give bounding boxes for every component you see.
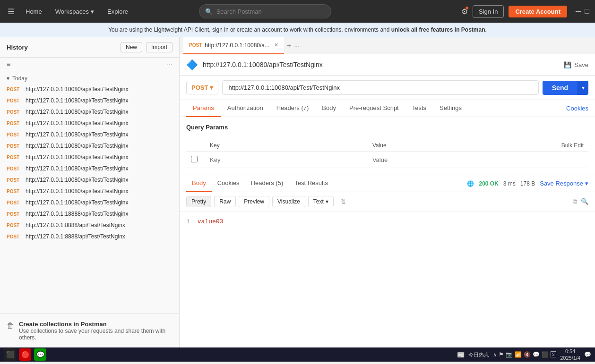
- method-badge: POST: [7, 87, 22, 92]
- chevron-down-icon: ▾: [326, 198, 328, 205]
- tab-headers[interactable]: Headers (7): [270, 100, 316, 117]
- sidebar-filter-bar: ≡ ···: [0, 58, 179, 71]
- list-item[interactable]: POST http://127.0.0.1:10080/api/Test/Tes…: [0, 174, 179, 186]
- taskbar-app-green[interactable]: 💬: [34, 348, 46, 361]
- list-item[interactable]: POST http://127.0.0.1:10080/api/Test/Tes…: [0, 129, 179, 140]
- tabs-more-icon[interactable]: ···: [294, 42, 300, 50]
- list-item[interactable]: POST http://127.0.0.1:10080/api/Test/Tes…: [0, 152, 179, 163]
- chevron-down-icon: ▾: [585, 180, 588, 187]
- param-key-input[interactable]: [210, 156, 363, 163]
- notification-icon[interactable]: 💬: [584, 351, 591, 358]
- method-badge: POST: [7, 200, 22, 205]
- response-tab-test-results[interactable]: Test Results: [289, 175, 334, 192]
- taskbar-app-red[interactable]: 🔴: [19, 348, 31, 361]
- menu-icon[interactable]: ☰: [6, 5, 16, 18]
- url-bar: POST ▾ Send ▾: [180, 76, 595, 100]
- nav-home[interactable]: Home: [22, 6, 46, 17]
- response-body: 1value03: [180, 212, 595, 347]
- taskbar-news-label[interactable]: 今日热点: [468, 351, 489, 358]
- trash-icon: 🗑: [7, 322, 14, 341]
- format-preview-button[interactable]: Preview: [239, 196, 269, 207]
- promo-banner: You are using the Lightweight API Client…: [0, 23, 595, 37]
- sidebar: History New Import ≡ ··· ▾ Today POST ht…: [0, 37, 180, 347]
- param-value-input[interactable]: [372, 156, 526, 163]
- bulk-edit-header[interactable]: Bulk Edit: [530, 139, 588, 152]
- text-type-selector[interactable]: Text ▾: [308, 196, 334, 207]
- format-pretty-button[interactable]: Pretty: [186, 196, 211, 207]
- format-visualize-button[interactable]: Visualize: [272, 196, 305, 207]
- settings-button[interactable]: ⚙: [461, 7, 468, 16]
- list-item[interactable]: POST http://127.0.0.1:10080/api/Test/Tes…: [0, 140, 179, 152]
- add-tab-button[interactable]: +: [284, 42, 294, 50]
- sidebar-header: History New Import: [0, 37, 179, 58]
- sidebar-more-icon[interactable]: ···: [167, 60, 172, 68]
- url-input[interactable]: [222, 80, 538, 95]
- close-icon[interactable]: ✕: [274, 42, 278, 48]
- param-row: [186, 152, 588, 168]
- import-button[interactable]: Import: [146, 42, 172, 52]
- signin-button[interactable]: Sign In: [473, 5, 504, 18]
- tab-authorization[interactable]: Authorization: [221, 100, 270, 117]
- cookies-link[interactable]: Cookies: [566, 105, 588, 112]
- format-raw-button[interactable]: Raw: [214, 196, 236, 207]
- tab-params[interactable]: Params: [186, 100, 221, 117]
- save-button[interactable]: 💾 Save: [564, 61, 588, 68]
- response-tab-body[interactable]: Body: [186, 175, 212, 192]
- list-item[interactable]: POST http://127.0.0.1:10080/api/Test/Tes…: [0, 163, 179, 174]
- tab-body[interactable]: Body: [315, 100, 343, 117]
- footer-title: Create collections in Postman: [19, 321, 172, 328]
- search-bar[interactable]: 🔍: [199, 4, 331, 18]
- history-url: http://127.0.0.1:10080/api/Test/TestNgin…: [26, 109, 128, 115]
- method-badge: POST: [7, 189, 22, 194]
- response-tab-headers[interactable]: Headers (5): [245, 175, 289, 192]
- taskbar-news-icon[interactable]: 📰: [457, 351, 465, 358]
- list-item[interactable]: POST http://127.0.0.1:10080/api/Test/Tes…: [0, 84, 179, 95]
- new-button[interactable]: New: [121, 42, 142, 52]
- method-label: POST: [191, 84, 208, 91]
- topnav-right: ⚙ Sign In Create Account ─ □: [461, 5, 589, 18]
- method-selector[interactable]: POST ▾: [186, 81, 218, 94]
- sys-icon-3: 📶: [515, 351, 522, 358]
- list-item[interactable]: POST http://127.0.0.1:10080/api/Test/Tes…: [0, 186, 179, 197]
- send-button[interactable]: Send: [543, 81, 578, 95]
- sidebar-history-section: ▾ Today POST http://127.0.0.1:10080/api/…: [0, 71, 179, 313]
- minimize-icon[interactable]: ─: [576, 7, 581, 16]
- request-title: http://127.0.0.1:10080/api/Test/TestNgin…: [203, 61, 559, 68]
- send-dropdown-button[interactable]: ▾: [578, 81, 588, 95]
- chevron-down-icon: ▾: [7, 75, 9, 82]
- nav-explore[interactable]: Explore: [103, 6, 132, 17]
- list-item[interactable]: POST http://127.0.0.1:10080/api/Test/Tes…: [0, 95, 179, 106]
- response-tab-cookies[interactable]: Cookies: [212, 175, 245, 192]
- taskbar-app-terminal[interactable]: ⬛: [4, 348, 16, 361]
- list-item[interactable]: POST http://127.0.0.1:8888/api/Test/Test…: [0, 220, 179, 231]
- chevron-up-icon[interactable]: ∧: [493, 352, 497, 358]
- chevron-down-icon: ▾: [210, 84, 213, 91]
- sys-icon-5: 💬: [533, 351, 540, 358]
- search-input[interactable]: [216, 8, 325, 15]
- tab-tests[interactable]: Tests: [405, 100, 433, 117]
- history-url: http://127.0.0.1:10080/api/Test/TestNgin…: [26, 177, 128, 183]
- response-value: value03: [198, 218, 224, 225]
- param-checkbox[interactable]: [191, 156, 198, 162]
- maximize-icon[interactable]: □: [585, 7, 589, 16]
- tab-settings[interactable]: Settings: [433, 100, 468, 117]
- tab-pre-request-script[interactable]: Pre-request Script: [343, 100, 405, 117]
- nav-workspaces[interactable]: Workspaces ▾: [52, 6, 98, 17]
- list-item[interactable]: POST http://127.0.0.1:18888/api/Test/Tes…: [0, 208, 179, 220]
- sys-icon-4: 🔇: [524, 351, 531, 358]
- filter-response-icon[interactable]: ⇅: [340, 198, 346, 205]
- list-item[interactable]: POST http://127.0.0.1:8888/api/Test/Test…: [0, 231, 179, 242]
- list-item[interactable]: POST http://127.0.0.1:10080/api/Test/Tes…: [0, 197, 179, 208]
- system-icons: ∧ ⚑ 📷 📶 🔇 💬 ⬛ 🅂: [493, 351, 556, 358]
- search-icon[interactable]: 🔍: [581, 198, 588, 205]
- create-account-button[interactable]: Create Account: [509, 6, 567, 17]
- request-tab-active[interactable]: POST http://127.0.0.1:10080/a... ✕: [183, 37, 284, 54]
- history-group-header: ▾ Today: [0, 71, 179, 84]
- filter-input[interactable]: [13, 61, 164, 68]
- save-response-button[interactable]: Save Response ▾: [540, 180, 588, 187]
- copy-icon[interactable]: ⧉: [573, 198, 577, 205]
- request-tabs: Params Authorization Headers (7) Body Pr…: [180, 100, 595, 117]
- list-item[interactable]: POST http://127.0.0.1:10080/api/Test/Tes…: [0, 118, 179, 129]
- history-url: http://127.0.0.1:10080/api/Test/TestNgin…: [26, 120, 128, 127]
- list-item[interactable]: POST http://127.0.0.1:10080/api/Test/Tes…: [0, 106, 179, 118]
